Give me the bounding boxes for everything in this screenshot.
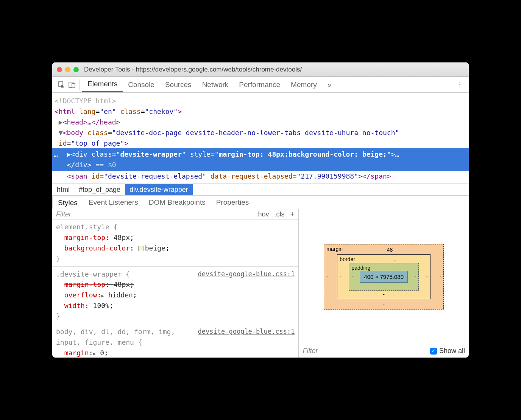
padding-label: padding xyxy=(351,265,370,271)
crumb-selected[interactable]: div.devsite-wrapper xyxy=(125,184,193,195)
hov-toggle[interactable]: :hov xyxy=(256,210,269,218)
styles-filter-row: Filter :hov .cls + xyxy=(52,209,298,219)
dom-doctype[interactable]: <!DOCTYPE html> xyxy=(55,97,116,105)
main-toolbar: Elements Console Sources Network Perform… xyxy=(52,77,469,93)
close-window-button[interactable] xyxy=(57,67,62,72)
titlebar: Developer Tools - https://developers.goo… xyxy=(52,62,469,77)
source-link[interactable]: devsite-google-blue.css:1 xyxy=(198,269,295,279)
color-swatch-icon[interactable] xyxy=(138,246,144,251)
subtab-styles[interactable]: Styles xyxy=(52,196,83,209)
bottom-panes: Filter :hov .cls + element.style { margi… xyxy=(52,209,469,358)
styles-pane: Filter :hov .cls + element.style { margi… xyxy=(52,209,299,358)
tab-sources[interactable]: Sources xyxy=(160,77,197,92)
margin-label: margin xyxy=(326,246,343,252)
content-dimensions[interactable]: 400 × 7975.080 xyxy=(360,271,408,283)
subtab-event-listeners[interactable]: Event Listeners xyxy=(83,196,144,209)
tab-performance[interactable]: Performance xyxy=(234,77,285,92)
dom-tree[interactable]: <!DOCTYPE html> <html lang="en" class="c… xyxy=(52,93,469,184)
rule-devsite-wrapper[interactable]: devsite-google-blue.css:1 .devsite-wrapp… xyxy=(52,267,298,324)
svg-rect-2 xyxy=(72,84,75,88)
show-all-label[interactable]: Show all xyxy=(439,347,465,355)
kebab-menu-icon[interactable]: ⋮ xyxy=(454,79,465,90)
rule-element-style[interactable]: element.style { margin-top: 48px; backgr… xyxy=(52,219,298,267)
tab-memory[interactable]: Memory xyxy=(285,77,322,92)
device-toggle-icon[interactable] xyxy=(67,79,77,90)
show-all-checkbox[interactable]: ✓ xyxy=(430,348,437,355)
window-controls xyxy=(57,67,79,72)
minimize-window-button[interactable] xyxy=(65,67,70,72)
computed-filter-row: Filter ✓ Show all xyxy=(299,344,469,358)
crumb-html[interactable]: html xyxy=(52,184,74,195)
devtools-window: Developer Tools - https://developers.goo… xyxy=(52,62,469,358)
box-model[interactable]: margin 48 - - - border - - - - padding - xyxy=(299,209,469,344)
source-link[interactable]: devsite-google-blue.css:1 xyxy=(198,327,295,336)
tab-network[interactable]: Network xyxy=(197,77,234,92)
styles-filter-input[interactable]: Filter xyxy=(56,210,251,218)
cls-toggle[interactable]: .cls xyxy=(275,210,285,218)
window-title: Developer Tools - https://developers.goo… xyxy=(84,66,302,73)
breadcrumb: html #top_of_page div.devsite-wrapper xyxy=(52,184,469,196)
dom-selected-node[interactable]: … ▶<div class="devsite-wrapper" style="m… xyxy=(52,148,469,171)
tab-more[interactable]: » xyxy=(322,77,337,92)
tab-elements[interactable]: Elements xyxy=(82,77,123,92)
new-rule-button[interactable]: + xyxy=(290,209,295,219)
inspect-element-icon[interactable] xyxy=(56,79,67,90)
border-label: border xyxy=(340,256,355,262)
margin-top-value[interactable]: 48 xyxy=(387,247,393,253)
crumb-body[interactable]: #top_of_page xyxy=(74,184,125,195)
subtab-dom-breakpoints[interactable]: DOM Breakpoints xyxy=(144,196,211,209)
computed-filter-input[interactable]: Filter xyxy=(303,347,430,355)
styles-subtabs: Styles Event Listeners DOM Breakpoints P… xyxy=(52,196,469,209)
rule-body-reset[interactable]: devsite-google-blue.css:1 body, div, dl,… xyxy=(52,324,298,358)
tab-console[interactable]: Console xyxy=(123,77,160,92)
zoom-window-button[interactable] xyxy=(73,67,79,72)
subtab-properties[interactable]: Properties xyxy=(211,196,254,209)
computed-pane: margin 48 - - - border - - - - padding - xyxy=(299,209,469,358)
